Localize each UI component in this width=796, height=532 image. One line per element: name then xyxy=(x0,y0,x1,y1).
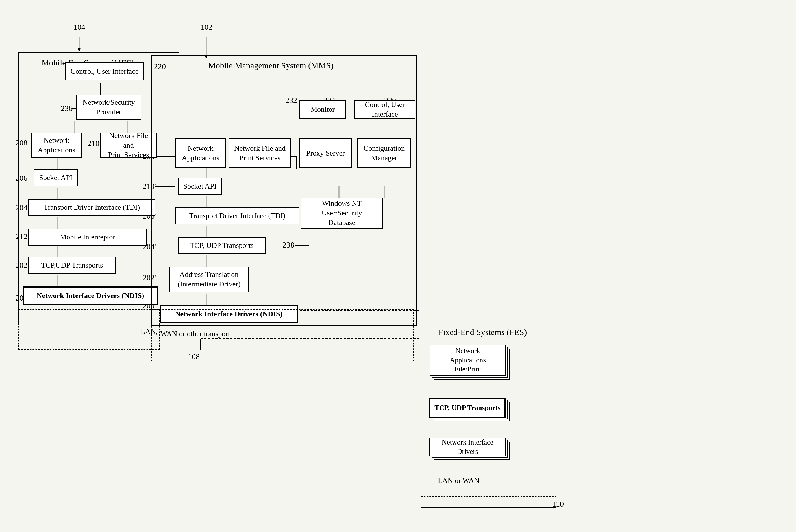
fes-net-apps: NetworkApplicationsFile/Print xyxy=(430,345,506,376)
mes-tcp-udp: TCP,UDP Transports xyxy=(28,257,116,274)
lan-or-wan-label: LAN or WAN xyxy=(438,476,480,485)
fes-title: Fixed-End Systems (FES) xyxy=(438,327,527,337)
mes-ndis: Network Interface Drivers (NDIS) xyxy=(23,286,158,305)
mms-title: Mobile Management System (MMS) xyxy=(208,61,333,70)
diagram: 104 102 208 206 204 212 202 200 236 210 … xyxy=(0,0,796,532)
mms-socket-api: Socket API xyxy=(178,178,222,195)
lan-transport-area xyxy=(18,309,160,350)
mms-monitor: Monitor xyxy=(300,100,346,118)
mms-transport-area xyxy=(151,309,414,361)
mms-config-mgr: ConfigurationManager xyxy=(357,138,411,168)
mes-net-file-print: Network File andPrint Services xyxy=(100,133,157,158)
fes-net-if-drivers: Network Interface Drivers xyxy=(429,438,506,456)
mms-net-apps: NetworkApplications xyxy=(175,138,226,168)
svg-marker-42 xyxy=(78,48,80,52)
ref-104: 104 xyxy=(73,23,85,32)
mes-net-sec-provider: Network/SecurityProvider xyxy=(76,95,141,120)
mms-win-nt-db: Windows NTUser/SecurityDatabase xyxy=(301,197,383,229)
mes-control-ui: Control, User Interface xyxy=(65,62,144,80)
mms-proxy-server: Proxy Server xyxy=(300,138,352,168)
mms-tcp-udp: TCP, UDP Transports xyxy=(178,237,266,254)
mms-control-ui: Control, User Interface xyxy=(355,100,415,118)
fes-tcp-udp: TCP, UDP Transports xyxy=(429,398,506,418)
ref-102: 102 xyxy=(201,23,213,32)
mms-net-file-print: Network File andPrint Services xyxy=(229,138,291,168)
mms-addr-trans: Address Translation(Intermediate Driver) xyxy=(169,267,249,292)
mms-tdi: Transport Driver Interface (TDI) xyxy=(175,207,300,224)
mes-net-apps: NetworkApplications xyxy=(31,133,82,158)
mes-mobile-interceptor: Mobile Interceptor xyxy=(28,229,147,246)
mes-socket-api: Socket API xyxy=(34,169,78,186)
mes-tdi: Transport Driver Interface (TDI) xyxy=(28,199,155,216)
